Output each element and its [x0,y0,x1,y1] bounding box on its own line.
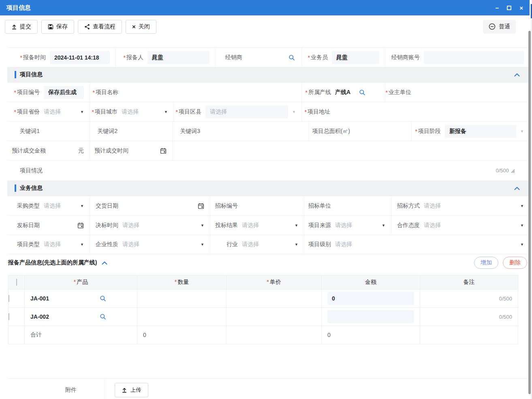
window-controls: − × [495,5,523,11]
delivery-date-input[interactable] [122,203,210,209]
purchase-type-select[interactable]: 请选择▼ [44,202,90,210]
priority-badge[interactable]: 普通 [483,20,516,34]
caret-down-icon: ▼ [80,110,84,114]
stage-label: *项目阶段 [412,128,445,135]
caret-down-icon: ▼ [520,204,524,208]
district-select[interactable]: 请选择▼ [205,105,301,118]
caret-down-icon: ▼ [382,223,385,227]
issue-date-input[interactable] [44,222,90,229]
business-section-title: 业务信息 [20,184,43,192]
minimize-icon[interactable]: − [495,5,499,11]
city-label: *项目城市 [90,108,122,116]
maximize-icon[interactable] [507,6,511,10]
required-mark: * [175,279,177,285]
x-icon: × [132,24,136,30]
chevron-up-icon[interactable] [514,73,520,77]
business-row-1: 采购类型 请选择▼ 交货日期 招标编号 招标单位 招标方式 请选择▼ [7,196,530,215]
city-select[interactable]: 请选择▼ [122,108,173,116]
required-mark: * [386,89,388,96]
reporter-input[interactable]: 晁盖 [147,51,209,64]
calendar-icon[interactable] [77,222,84,229]
search-icon[interactable] [100,313,106,320]
product-section-title: 报备产品信息(先选上面的所属产线) [8,259,97,266]
caret-down-icon: ▼ [292,110,296,114]
report-time-input[interactable]: 2024-11-01 14:18 [50,51,110,64]
close-icon[interactable]: × [519,5,523,11]
required-mark: * [93,89,95,96]
product-value[interactable]: JA-002 [30,313,49,320]
caret-down-icon: ▼ [520,242,524,247]
enterprise-nature-label: 企业性质 [90,241,122,248]
award-time-label: 决标时间 [90,222,122,229]
col-note: 备注 [420,275,518,290]
required-mark: * [267,279,269,285]
industry-select[interactable]: 请选择▼ [242,241,304,248]
dealer-account-input[interactable] [424,51,524,64]
award-time-select[interactable]: 请选择▼ [122,222,210,229]
amount-input[interactable]: 0 [327,292,414,305]
amount-input[interactable] [327,310,414,323]
attachment-row: 附件 上传 [7,378,530,399]
upload-button[interactable]: 上传 [115,383,148,397]
bid-no-label: 招标编号 [210,202,242,210]
search-icon[interactable] [288,54,295,61]
calendar-icon[interactable] [198,203,204,209]
business-row-3: 项目类型 请选择▼ 企业性质 请选择▼ 行业 请选择▼ 项目级别 请选择▼ [7,235,530,254]
stage-select[interactable]: 新报备▼ [445,125,530,138]
project-type-select[interactable]: 请选择▼ [44,241,90,248]
attitude-select[interactable]: 请选择▼ [424,222,530,229]
submit-button[interactable]: 提交 [5,20,38,34]
resize-corner-icon[interactable] [510,168,515,173]
product-table-header: *产品 *数量 *单价 金额 备注 [9,275,518,290]
caret-down-icon: ▼ [295,223,298,227]
row-checkbox[interactable] [9,295,9,302]
reporter-label: *报备人 [116,54,147,61]
report-time-label: *报备时间 [7,54,50,61]
required-mark: * [14,89,16,96]
chevron-up-icon[interactable] [514,187,520,190]
total-amount: 0 [322,332,420,338]
note-input[interactable]: 0/500 [420,314,518,320]
view-flow-button[interactable]: 查看流程 [78,20,122,34]
bid-method-select[interactable]: 请选择▼ [424,202,530,210]
row-checkbox[interactable] [9,313,9,320]
expected-amount-input[interactable]: 元 [50,147,90,154]
project-row-5: 项目情况 0/500 [7,160,530,180]
project-type-label: 项目类型 [7,241,44,248]
chevron-up-icon[interactable] [102,261,107,265]
situation-textarea[interactable]: 0/500 [47,167,530,174]
col-qty: *数量 [137,275,226,290]
dealer-label: 经销商 [216,54,246,61]
vertical-scrollbar[interactable] [528,31,531,394]
caret-down-icon: ▼ [201,223,204,227]
search-icon[interactable] [359,89,365,96]
expected-time-input[interactable] [132,148,172,154]
bid-result-select[interactable]: 请选择▼ [242,222,304,229]
business-row-2: 发标日期 决标时间 请选择▼ 投标结果 请选择▼ 项目来源 请选择▼ 合作态度 … [7,215,530,235]
select-all-checkbox[interactable] [16,279,17,286]
bid-unit-label: 招标单位 [304,202,335,210]
caret-down-icon: ▼ [295,242,298,247]
calendar-icon[interactable] [160,148,167,154]
amount-unit: 元 [78,147,84,154]
enterprise-nature-select[interactable]: 请选择▼ [122,241,210,248]
project-level-select[interactable]: 请选择▼ [335,241,530,248]
search-icon[interactable] [100,295,106,302]
close-dialog-button[interactable]: × 关闭 [126,20,156,34]
project-row-1: *项目编号 保存后生成 *项目名称 *所属产线 产线A *业主单位 [7,82,530,102]
salesman-label: *业务员 [302,54,332,61]
delivery-date-label: 交货日期 [90,202,122,210]
total-row: 合计 0 0 [9,326,518,344]
source-select[interactable]: 请选择▼ [335,222,391,229]
situation-label: 项目情况 [7,167,47,174]
product-line-value[interactable]: 产线A [335,89,350,96]
add-product-button[interactable]: 增加 [474,257,498,269]
salesman-input[interactable]: 晁盖 [332,51,379,64]
form-body: *报备时间 2024-11-01 14:18 *报备人 晁盖 经销商 *业务员 … [7,47,530,254]
project-no-input[interactable]: 保存后生成 [44,86,84,99]
save-button[interactable]: 保存 [41,20,74,34]
delete-product-button[interactable]: 删除 [503,257,527,269]
product-value[interactable]: JA-001 [30,295,49,302]
province-select[interactable]: 请选择▼ [44,108,90,116]
note-input[interactable]: 0/500 [420,296,518,302]
